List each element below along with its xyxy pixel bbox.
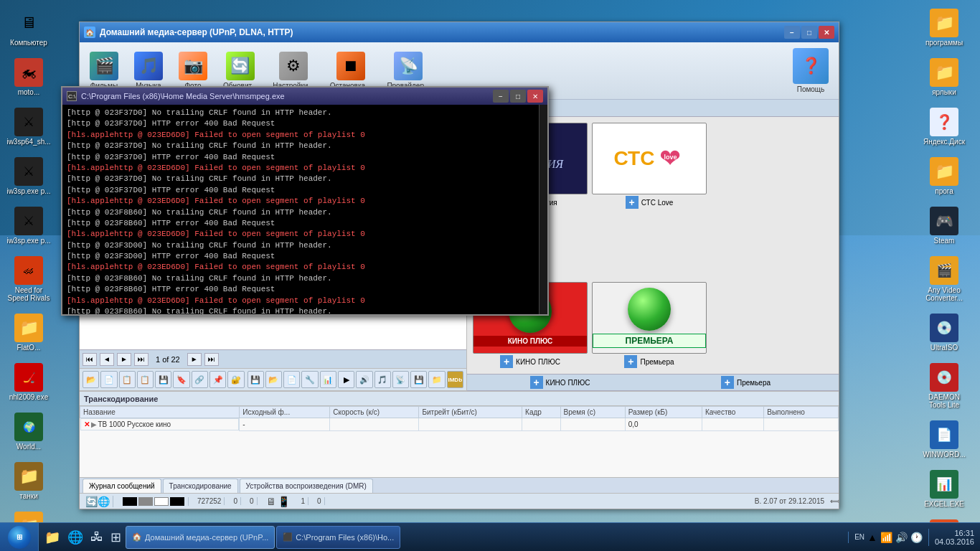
nav-btn3[interactable]: ⏭ bbox=[204, 353, 219, 366]
nav-btn2[interactable]: ► bbox=[187, 353, 202, 366]
tray-arrow-up[interactable]: ▲ bbox=[867, 532, 877, 543]
excel-desktop-icon[interactable]: 📊 EXCEL.EXE bbox=[918, 467, 970, 511]
nav-next[interactable]: ► bbox=[117, 353, 131, 366]
tool-btn-20[interactable]: 📁 bbox=[428, 371, 445, 388]
start-button[interactable]: ⊞ bbox=[0, 523, 39, 552]
cmd-line-11: [http @ 023F8B60] HTTP error 400 Bad Req… bbox=[67, 218, 534, 229]
moto-label: moto... bbox=[18, 88, 40, 96]
cmd-close[interactable]: ✕ bbox=[527, 90, 543, 103]
cmd-scrollbar[interactable] bbox=[539, 105, 547, 314]
tool-btn-15[interactable]: ▶ bbox=[338, 371, 354, 388]
quicklaunch-network[interactable]: 🖧 bbox=[88, 526, 106, 549]
world-desktop-icon[interactable]: 🌍 World... bbox=[3, 410, 55, 453]
add-ctslove-btn[interactable]: + bbox=[626, 196, 639, 209]
proga-desktop-icon[interactable]: 📁 прога bbox=[918, 154, 970, 198]
flat-desktop-icon[interactable]: 📁 FlatO... bbox=[3, 311, 55, 354]
game1-desktop-icon[interactable]: ⚔ iw3sp64_sh... bbox=[3, 105, 55, 149]
add-premiera-btn[interactable]: + bbox=[624, 355, 637, 368]
moto-desktop-icon[interactable]: 🏍 moto... bbox=[3, 55, 55, 99]
tool-btn-18[interactable]: 📡 bbox=[392, 371, 409, 388]
tab-transcoding[interactable]: Транскодирование bbox=[163, 479, 238, 493]
maximize-button[interactable]: □ bbox=[801, 26, 817, 39]
tool-btn-6[interactable]: 🔖 bbox=[173, 371, 189, 388]
nav-prev-prev[interactable]: ⏮ bbox=[83, 353, 97, 366]
add-kinoplus2-btn[interactable]: + bbox=[530, 376, 543, 389]
game2-label: iw3sp.exe p... bbox=[6, 187, 50, 195]
update-icon: 🔄 bbox=[226, 52, 255, 80]
nav-next-next[interactable]: ⏭ bbox=[134, 353, 149, 366]
tool-btn-8[interactable]: 📌 bbox=[209, 371, 226, 388]
ultraiso-desktop-icon[interactable]: 💿 UltraISO bbox=[918, 311, 970, 354]
add-kinoplus-btn[interactable]: + bbox=[500, 355, 513, 368]
steam-desktop-icon[interactable]: 🎮 Steam bbox=[918, 204, 970, 248]
tool-btn-10[interactable]: 💾 bbox=[248, 371, 264, 388]
status-icon-3: 🖥 bbox=[266, 496, 276, 507]
play-btn[interactable]: ▶ bbox=[91, 420, 97, 428]
taskbar-cmd-btn[interactable]: ⬛ C:\Program Files (x86)\Ho... bbox=[276, 526, 400, 549]
lang-indicator: EN bbox=[854, 533, 864, 541]
imdb-button[interactable]: IMDb bbox=[447, 371, 463, 388]
toolbar-provider[interactable]: 📡 Провайдер... bbox=[382, 50, 434, 91]
tab-devices[interactable]: Устройства воспроизведения (DMR) bbox=[240, 479, 373, 493]
programs-desktop-icon[interactable]: 📁 программы bbox=[918, 6, 970, 50]
toolbar-settings[interactable]: ⚙ Настройки... bbox=[268, 50, 318, 91]
cmd-line-7: [http @ 023F37D0] No trailing CRLF found… bbox=[67, 174, 534, 184]
quicklaunch-explorer[interactable]: 📁 bbox=[42, 526, 63, 549]
media-taskbar-icon: 🏠 bbox=[132, 532, 142, 542]
tool-btn-1[interactable]: 📂 bbox=[83, 371, 99, 388]
status-val2: 0 bbox=[230, 497, 241, 505]
close-button[interactable]: ✕ bbox=[819, 26, 834, 39]
tool-btn-4[interactable]: 📋 bbox=[137, 371, 154, 388]
taskbar-media-btn[interactable]: 🏠 Домашний медиа-сервер (UPnP... bbox=[126, 526, 275, 549]
tool-btn-9[interactable]: 🔐 bbox=[227, 371, 244, 388]
minimize-button[interactable]: − bbox=[784, 26, 800, 39]
tool-btn-12[interactable]: 📄 bbox=[283, 371, 300, 388]
ctslove-heart-container: ❤ love bbox=[656, 141, 684, 176]
computer-desktop-icon[interactable]: 🖥 Компьютер bbox=[3, 6, 55, 50]
status-bar: 🔄 🌐 727252 0 0 🖥 📱 1 0 bbox=[80, 493, 839, 509]
toolbar-music[interactable]: 🎵 Музыка bbox=[130, 50, 167, 91]
toolbar-stop[interactable]: ⏹ Остановка... bbox=[326, 50, 376, 91]
cmd-minimize[interactable]: − bbox=[493, 90, 509, 103]
col-frame: Кадр bbox=[522, 407, 561, 418]
help-label: Помощь bbox=[797, 85, 825, 93]
channel-premiera[interactable]: ПРЕМЬЕРА + Премьера bbox=[592, 282, 707, 368]
tray-speaker-icon[interactable]: 🔊 bbox=[895, 532, 908, 543]
nav-prev[interactable]: ◄ bbox=[100, 353, 114, 366]
toolbar-films[interactable]: 🎬 Фильмы bbox=[85, 50, 123, 91]
tool-btn-7[interactable]: 🔗 bbox=[192, 371, 208, 388]
avc-desktop-icon[interactable]: 🎬 Any Video Converter... bbox=[918, 253, 970, 305]
quicklaunch-ie[interactable]: 🌐 bbox=[65, 526, 86, 549]
add-premiera2-btn[interactable]: + bbox=[721, 376, 734, 389]
tool-btn-3[interactable]: 📋 bbox=[119, 371, 136, 388]
toolbar-update[interactable]: 🔄 Обновит... bbox=[219, 50, 261, 91]
status-resize[interactable]: ⟺ bbox=[830, 497, 836, 505]
tool-btn-2[interactable]: 📄 bbox=[100, 371, 117, 388]
tool-btn-5[interactable]: 💾 bbox=[155, 371, 171, 388]
tool-btn-14[interactable]: 📊 bbox=[320, 371, 336, 388]
game2-desktop-icon[interactable]: ⚔ iw3sp.exe p... bbox=[3, 154, 55, 198]
nhl-desktop-icon[interactable]: 🏒 nhl2009.exe bbox=[3, 360, 55, 404]
toolbar-photo[interactable]: 📷 Фото bbox=[174, 50, 212, 91]
delete-btn[interactable]: ✕ bbox=[84, 420, 90, 428]
tool-btn-17[interactable]: 🎵 bbox=[374, 371, 391, 388]
yadisk-desktop-icon[interactable]: ❓ Яндекс.Диск bbox=[918, 105, 970, 149]
channel-ctslove[interactable]: СТС ❤ love + СТС Love bbox=[592, 123, 707, 276]
quicklaunch-apps[interactable]: ⊞ bbox=[108, 526, 124, 549]
toolbar-help[interactable]: ❓ Помощь bbox=[788, 47, 833, 95]
nfs-label: Need for Speed Rivals bbox=[6, 286, 52, 302]
tool-btn-19[interactable]: 💾 bbox=[410, 371, 427, 388]
daemon-desktop-icon[interactable]: 💿 DAEMON Tools Lite bbox=[918, 360, 970, 412]
tool-btn-13[interactable]: 🔧 bbox=[301, 371, 318, 388]
cmd-maximize[interactable]: □ bbox=[510, 90, 526, 103]
winword-desktop-icon[interactable]: 📄 WINWORD... bbox=[918, 418, 970, 461]
yadisk-label: Яндекс.Диск bbox=[923, 138, 965, 146]
game3-desktop-icon[interactable]: ⚔ iw3sp.exe p... bbox=[3, 204, 55, 248]
tool-btn-16[interactable]: 🔊 bbox=[356, 371, 372, 388]
tab-journal[interactable]: Журнал сообщений bbox=[83, 479, 161, 493]
nfs-desktop-icon[interactable]: 🏎 Need for Speed Rivals bbox=[3, 253, 55, 305]
trans-data-table: Название Исходный ф... Скорость (к/с) Би… bbox=[80, 406, 839, 431]
tanks-desktop-icon[interactable]: 📁 танки bbox=[3, 459, 55, 503]
tool-btn-11[interactable]: 📂 bbox=[265, 371, 282, 388]
shortcuts-desktop-icon[interactable]: 📁 ярлыки bbox=[918, 55, 970, 99]
